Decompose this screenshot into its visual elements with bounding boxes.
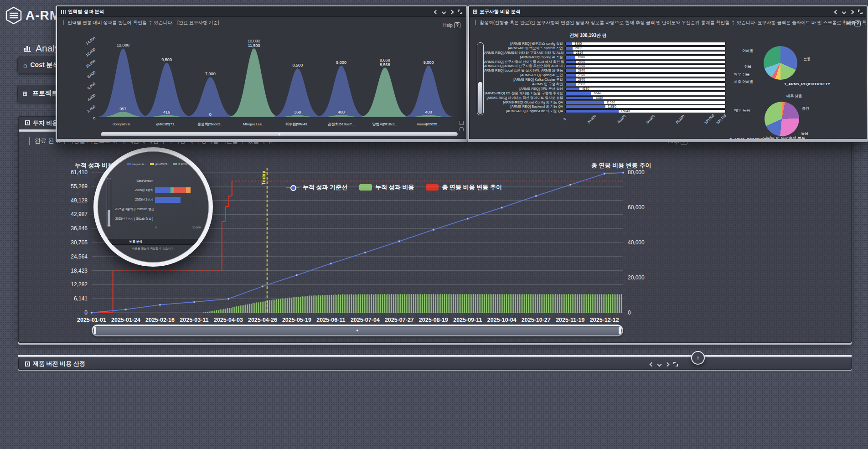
legend-item-baseline[interactable]: 누적 성과 기준선 bbox=[286, 183, 347, 191]
people-chart-scrollbar[interactable] bbox=[101, 132, 458, 136]
req-bar-track: 2970 bbox=[565, 64, 726, 68]
product-version-section-header[interactable]: 제품 버전 비용 산정 bbox=[18, 358, 852, 370]
req-bar-fill bbox=[566, 97, 593, 99]
help-button[interactable]: Help? bbox=[843, 21, 861, 26]
req-bar-row: A-RMS 팀 구성 확인2992 bbox=[483, 82, 726, 87]
req-bar-track: 2970 bbox=[565, 69, 726, 72]
chevron-down-icon[interactable] bbox=[442, 10, 446, 14]
x-date-label: 2025-06-11 bbox=[316, 317, 345, 323]
x-date-label: 2025-07-04 bbox=[351, 317, 380, 323]
chevron-right-icon[interactable] bbox=[665, 362, 670, 366]
legend-item-salary-trend[interactable]: 총 연봉 비용 변동 추이 bbox=[426, 183, 501, 191]
pie-chart-difficulty bbox=[764, 46, 797, 80]
baseline-point bbox=[364, 252, 366, 253]
req-zoom-slider[interactable] bbox=[477, 42, 484, 115]
req-bar-label: [ARMS-REQ] Local LLM 을 설치하여, ARMS 와 연동 bbox=[483, 68, 565, 73]
chevron-left-icon[interactable] bbox=[434, 10, 439, 14]
magnifier-bar-segment bbox=[155, 187, 170, 193]
line-marker-icon bbox=[286, 187, 300, 188]
magnifier-row: BaseVersion bbox=[115, 176, 201, 186]
chevron-left-icon[interactable] bbox=[650, 362, 654, 366]
magnifier-row-label: 2025년 1분기 bbox=[115, 188, 155, 192]
left-y-tick: 61,410 bbox=[71, 169, 88, 175]
x-date-label: 2025-03-11 bbox=[180, 317, 208, 323]
req-bar-track: 2880 bbox=[565, 56, 726, 59]
scroll-to-top-button[interactable]: ↑ bbox=[691, 351, 705, 365]
req-bar-value: 11880 bbox=[608, 105, 616, 108]
bell-value-label: 12,000 bbox=[117, 43, 129, 47]
pie-slice-label: 어려움 bbox=[742, 48, 753, 53]
baseline-point bbox=[125, 309, 127, 310]
square-icon bbox=[25, 361, 30, 366]
slider-right-handle[interactable] bbox=[619, 327, 621, 334]
req-bar-value: 7644 bbox=[594, 92, 601, 95]
chart-range-slider[interactable] bbox=[92, 325, 623, 336]
req-bar-row: [ARMS-REQ] 백오피스 System 작업2093 bbox=[483, 46, 726, 51]
bell-value-label: 11,500 bbox=[248, 43, 260, 48]
req-x-tick: 40,000 bbox=[616, 114, 626, 124]
chevron-right-icon[interactable] bbox=[850, 10, 854, 14]
legend-item-perf-cost[interactable]: 누적 성과 비용 bbox=[359, 183, 414, 191]
today-label: Today bbox=[261, 170, 266, 185]
x-date-label: 2025-10-04 bbox=[487, 317, 517, 323]
expand-icon[interactable] bbox=[458, 10, 462, 14]
bell-value-label: 9,500 bbox=[161, 57, 172, 62]
magnifier-bar bbox=[155, 206, 201, 212]
slider-left-handle[interactable] bbox=[94, 327, 96, 334]
req-bar-track: 7644 bbox=[565, 92, 726, 95]
x-date-label: 2025-01-01 bbox=[77, 317, 106, 323]
chevron-left-icon[interactable] bbox=[834, 10, 839, 14]
req-bar-fill bbox=[566, 74, 576, 77]
chevron-right-icon[interactable] bbox=[450, 10, 454, 14]
req-bar-label: [ARMS-REQ] 백오피스 System 작업 bbox=[483, 46, 565, 51]
magnifier-footer: 비용 분석 비용을 한눈에 확인할 수 있습니다. bbox=[98, 239, 209, 251]
restore-zoom-icon[interactable] bbox=[460, 121, 464, 125]
dashboard-page: { "labels": { "help": "Help", "qmark": "… bbox=[0, 0, 868, 449]
req-bar-track: 2093 bbox=[565, 46, 726, 50]
chevron-down-icon[interactable] bbox=[657, 362, 662, 366]
bell-value-label: 7,000 bbox=[205, 72, 216, 76]
req-bar-track: 2970 bbox=[565, 60, 726, 64]
baseline-point bbox=[262, 285, 264, 287]
req-x-axis: 020,00040,00060,00080,000100,000108,193 bbox=[565, 116, 725, 128]
req-bar-fill bbox=[566, 83, 576, 86]
req-bar-row: [ARMS-REQ] 개발 문서 작성4180 bbox=[483, 87, 726, 91]
req-bar-value: 2970 bbox=[578, 73, 585, 77]
slider-thumb[interactable] bbox=[478, 82, 482, 114]
req-x-tick: 100,000 bbox=[703, 114, 715, 125]
baseline-point bbox=[330, 263, 332, 264]
grid-icon bbox=[473, 10, 477, 14]
salary-bell bbox=[141, 63, 192, 117]
panel-header[interactable]: 인력별 성과 분석 bbox=[57, 7, 466, 17]
req-bar-track: 2314 bbox=[565, 51, 726, 55]
req-bar-fill bbox=[566, 110, 619, 113]
pie-slice-label: 매우 높음 bbox=[734, 108, 750, 113]
bottom-splitter[interactable] bbox=[18, 355, 852, 357]
people-panel-frame: 인력별 성과 분석 인력별 연봉 대비 성과를 한눈에 확인할 수 있습니다. … bbox=[56, 5, 468, 142]
right-axis-title: 총 연봉 비용 변동 추이 bbox=[591, 161, 651, 170]
baseline-point bbox=[398, 240, 400, 242]
x-date-label: 2025-07-27 bbox=[385, 317, 414, 323]
req-bar-row: [ARMS-REQ] ARMS의 상태와 고객사의 상태 및 ALM 의 상태를… bbox=[483, 51, 726, 55]
bell-value-label: 9,000 bbox=[336, 60, 346, 65]
req-bar-fill bbox=[566, 61, 576, 63]
expand-icon[interactable] bbox=[858, 10, 863, 14]
expand-icon[interactable] bbox=[673, 362, 678, 366]
magnifier-bar-segment bbox=[155, 197, 181, 203]
pie-slice-label: 매우 쉬움 bbox=[734, 72, 749, 77]
left-y-tick: 42,987 bbox=[71, 211, 88, 217]
req-bar-row: [ARMS-REQ] ES 전용 게시판 기능을 구현해 주세요7644 bbox=[483, 91, 726, 96]
panel-header[interactable]: 요구사항 비용 분석 bbox=[470, 7, 866, 17]
req-bar-track: 11520 bbox=[565, 101, 726, 104]
magnifier-bar bbox=[155, 187, 201, 193]
bell-y-tick: 2,000 bbox=[87, 104, 97, 114]
panel-description: 인력별 연봉 대비 성과를 한눈에 확인할 수 있습니다. - [완료 요구사항… bbox=[57, 17, 466, 28]
req-x-tick: 60,000 bbox=[646, 114, 656, 124]
save-view-icon[interactable] bbox=[460, 127, 464, 131]
baseline-point bbox=[433, 229, 434, 231]
req-bar-fill bbox=[566, 92, 591, 95]
chevron-down-icon[interactable] bbox=[842, 10, 847, 14]
baseline-point bbox=[604, 173, 605, 175]
chart-legend: 누적 성과 기준선 누적 성과 비용 총 연봉 비용 변동 추이 bbox=[286, 183, 502, 191]
req-bar-label: [ARMS-REQ] 개발 문서 작성 bbox=[483, 87, 565, 91]
